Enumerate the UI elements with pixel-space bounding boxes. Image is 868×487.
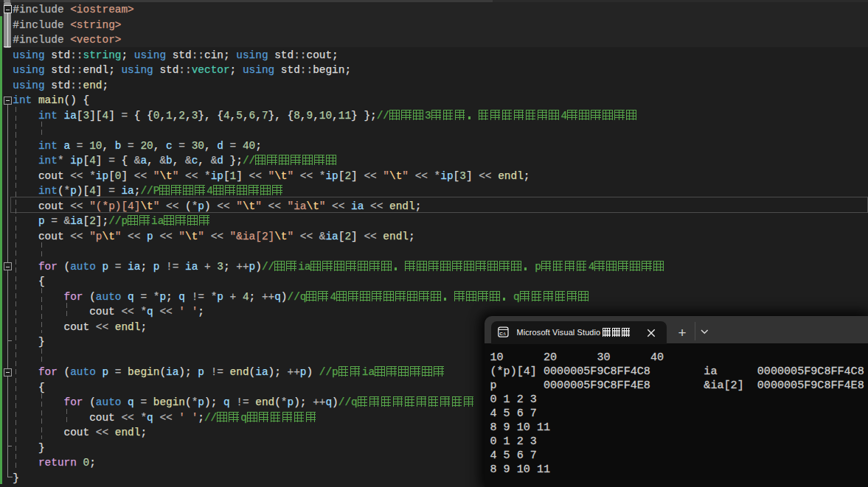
- svg-text:C:\: C:\: [499, 330, 506, 335]
